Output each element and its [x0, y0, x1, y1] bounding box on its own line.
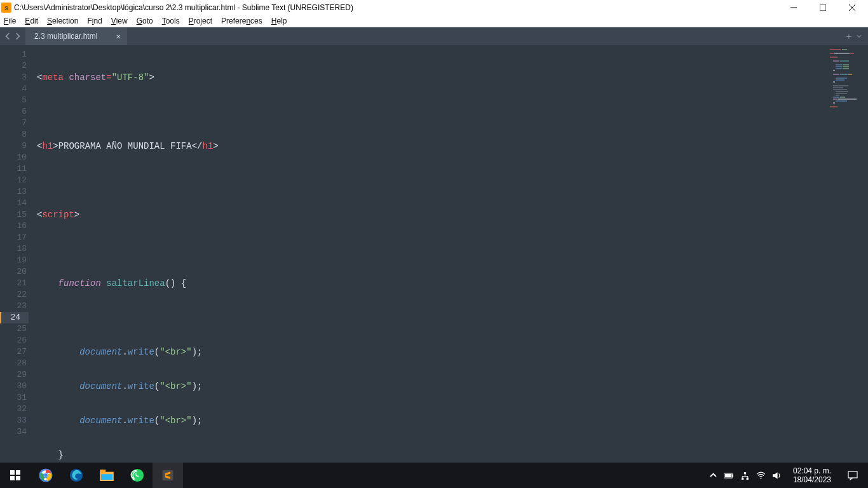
menu-edit[interactable]: Edit: [25, 17, 38, 25]
taskbar-sublime[interactable]: [153, 463, 183, 488]
svg-point-29: [760, 477, 761, 478]
clock-time: 02:04 p. m.: [793, 466, 831, 475]
tab-dropdown-icon[interactable]: [857, 34, 862, 39]
minimize-button[interactable]: [779, 0, 808, 15]
tab-file[interactable]: 2.3 multiplicar.html ×: [25, 27, 127, 45]
code-editor[interactable]: 1234567891011121314151617181920212223242…: [0, 45, 868, 463]
svg-rect-6: [10, 476, 15, 480]
taskbar-clock[interactable]: 02:04 p. m. 18/04/2023: [787, 466, 837, 484]
menu-file[interactable]: File: [4, 17, 16, 25]
taskbar-explorer[interactable]: [92, 463, 122, 488]
menu-preferences[interactable]: Preferences: [221, 17, 262, 25]
app-icon: s: [1, 3, 11, 13]
svg-rect-1: [820, 4, 826, 11]
svg-rect-21: [725, 473, 731, 477]
svg-rect-22: [742, 477, 743, 479]
taskbar-edge[interactable]: [61, 463, 92, 488]
line-gutter: 1234567891011121314151617181920212223242…: [0, 45, 33, 438]
notification-button[interactable]: [837, 463, 868, 488]
svg-rect-20: [732, 474, 733, 477]
window-titlebar: s C:\Users\Administrator\Desktop\lógica\…: [0, 0, 868, 15]
tray-chevron-icon[interactable]: [709, 471, 718, 480]
tray-sound-icon[interactable]: [772, 471, 782, 480]
nav-back-icon[interactable]: [4, 32, 11, 40]
code-content[interactable]: <meta charset="UTF-8"> <h1>PROGRAMA AÑO …: [37, 49, 330, 488]
menu-goto[interactable]: Goto: [137, 17, 153, 25]
maximize-button[interactable]: [808, 0, 837, 15]
tab-close-icon[interactable]: ×: [116, 32, 121, 41]
svg-rect-23: [747, 477, 749, 479]
svg-rect-18: [163, 470, 173, 481]
tab-label: 2.3 multiplicar.html: [34, 32, 97, 41]
clock-date: 18/04/2023: [793, 475, 831, 484]
menu-view[interactable]: View: [111, 17, 128, 25]
svg-rect-24: [744, 472, 746, 474]
svg-rect-5: [16, 470, 20, 475]
menu-project[interactable]: Project: [189, 17, 212, 25]
menu-bar: File Edit Selection Find View Goto Tools…: [0, 15, 868, 27]
menu-tools[interactable]: Tools: [162, 17, 180, 25]
menu-find[interactable]: Find: [87, 17, 102, 25]
nav-forward-icon[interactable]: [14, 32, 22, 40]
svg-rect-30: [848, 471, 857, 478]
svg-rect-7: [16, 476, 20, 480]
svg-rect-4: [10, 470, 15, 475]
svg-point-12: [44, 473, 48, 477]
svg-rect-16: [101, 474, 112, 480]
tab-bar: 2.3 multiplicar.html × +: [0, 27, 868, 45]
minimap[interactable]: [830, 49, 865, 87]
new-tab-icon[interactable]: +: [846, 31, 851, 41]
taskbar-whatsapp[interactable]: [122, 463, 153, 488]
tray-battery-icon[interactable]: [724, 471, 734, 480]
tray-wifi-icon[interactable]: [756, 471, 766, 480]
window-title: C:\Users\Administrator\Desktop\lógica\cu…: [14, 3, 779, 12]
taskbar-chrome[interactable]: [31, 463, 61, 488]
menu-selection[interactable]: Selection: [47, 17, 78, 25]
taskbar: 02:04 p. m. 18/04/2023: [0, 463, 868, 488]
menu-help[interactable]: Help: [271, 17, 287, 25]
tray-network-icon[interactable]: [740, 471, 750, 480]
start-button[interactable]: [0, 463, 31, 488]
close-button[interactable]: [837, 0, 867, 15]
svg-rect-15: [100, 470, 105, 473]
